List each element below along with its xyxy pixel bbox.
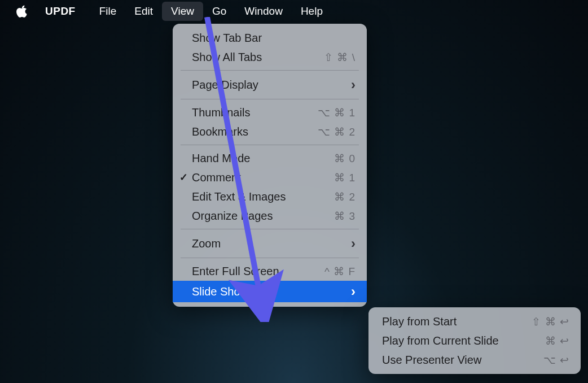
menu-item-zoom[interactable]: Zoom› bbox=[173, 233, 367, 254]
menu-item-shortcut: ⌘ 0 bbox=[334, 152, 356, 165]
menu-separator bbox=[181, 258, 359, 258]
submenu-item-label: Use Presenter View bbox=[382, 354, 543, 367]
menu-item-shortcut: ⇧ ⌘ \ bbox=[324, 51, 356, 64]
menu-item-show-all-tabs[interactable]: Show All Tabs⇧ ⌘ \ bbox=[173, 47, 367, 67]
menu-item-shortcut: ⌥ ⌘ 2 bbox=[318, 125, 356, 138]
menu-item-label: Organize Pages bbox=[192, 210, 334, 223]
menu-item-label: Page Display bbox=[192, 79, 351, 92]
apple-logo-icon[interactable] bbox=[16, 5, 28, 18]
submenu-item-play-from-current-slide[interactable]: Play from Current Slide⌘ ↩ bbox=[368, 331, 581, 350]
chevron-right-icon: › bbox=[351, 284, 356, 299]
submenu-item-label: Play from Current Slide bbox=[382, 334, 545, 347]
submenu-item-shortcut: ⌥ ↩ bbox=[543, 354, 569, 367]
menubar: UPDF File Edit View Go Window Help bbox=[0, 0, 588, 23]
menu-item-label: Show Tab Bar bbox=[192, 32, 356, 45]
slide-show-submenu: Play from Start⇧ ⌘ ↩Play from Current Sl… bbox=[368, 307, 581, 374]
menu-item-label: Thumbnails bbox=[192, 106, 318, 119]
menu-view[interactable]: View bbox=[162, 2, 203, 21]
menu-separator bbox=[181, 70, 359, 71]
menu-item-enter-full-screen[interactable]: Enter Full Screen^ ⌘ F bbox=[173, 262, 367, 281]
menu-file[interactable]: File bbox=[90, 2, 126, 21]
menu-item-page-display[interactable]: Page Display› bbox=[173, 74, 367, 95]
menu-item-label: Hand Mode bbox=[192, 152, 334, 165]
menu-item-slide-show[interactable]: Slide Show› bbox=[173, 281, 367, 302]
menu-item-shortcut: ⌥ ⌘ 1 bbox=[318, 106, 356, 119]
menu-help[interactable]: Help bbox=[292, 2, 332, 21]
menu-edit[interactable]: Edit bbox=[125, 2, 162, 21]
submenu-item-use-presenter-view[interactable]: Use Presenter View⌥ ↩ bbox=[368, 350, 581, 369]
menu-window[interactable]: Window bbox=[235, 2, 292, 21]
menu-item-shortcut: ^ ⌘ F bbox=[324, 265, 356, 278]
menu-item-label: Edit Text & Images bbox=[192, 190, 334, 203]
menu-go[interactable]: Go bbox=[203, 2, 235, 21]
checkmark-icon: ✓ bbox=[179, 171, 188, 184]
app-name: UPDF bbox=[45, 5, 76, 18]
view-dropdown-menu: Show Tab BarShow All Tabs⇧ ⌘ \Page Displ… bbox=[173, 24, 367, 307]
menu-item-shortcut: ⌘ 2 bbox=[334, 190, 356, 203]
menu-item-label: Zoom bbox=[192, 237, 351, 250]
menu-item-label: Comment bbox=[192, 171, 334, 184]
menu-item-show-tab-bar[interactable]: Show Tab Bar bbox=[173, 28, 367, 47]
submenu-item-shortcut: ⌘ ↩ bbox=[545, 334, 569, 347]
menu-item-shortcut: ⌘ 1 bbox=[334, 171, 356, 184]
menu-item-bookmarks[interactable]: Bookmarks⌥ ⌘ 2 bbox=[173, 122, 367, 141]
chevron-right-icon: › bbox=[351, 77, 356, 93]
menu-separator bbox=[181, 99, 359, 99]
submenu-item-label: Play from Start bbox=[382, 315, 532, 328]
menu-separator bbox=[181, 229, 359, 229]
menu-item-comment[interactable]: ✓Comment⌘ 1 bbox=[173, 168, 367, 187]
menu-item-edit-text-images[interactable]: Edit Text & Images⌘ 2 bbox=[173, 187, 367, 206]
chevron-right-icon: › bbox=[351, 236, 356, 251]
menu-item-label: Show All Tabs bbox=[192, 51, 324, 64]
submenu-item-shortcut: ⇧ ⌘ ↩ bbox=[532, 315, 569, 328]
menu-item-thumbnails[interactable]: Thumbnails⌥ ⌘ 1 bbox=[173, 103, 367, 122]
menu-item-hand-mode[interactable]: Hand Mode⌘ 0 bbox=[173, 149, 367, 168]
menu-item-label: Enter Full Screen bbox=[192, 265, 324, 278]
submenu-item-play-from-start[interactable]: Play from Start⇧ ⌘ ↩ bbox=[368, 312, 581, 331]
menu-item-label: Slide Show bbox=[192, 285, 351, 298]
menu-item-shortcut: ⌘ 3 bbox=[334, 210, 356, 223]
menu-item-organize-pages[interactable]: Organize Pages⌘ 3 bbox=[173, 206, 367, 225]
menu-item-label: Bookmarks bbox=[192, 125, 318, 138]
menu-separator bbox=[181, 145, 359, 145]
